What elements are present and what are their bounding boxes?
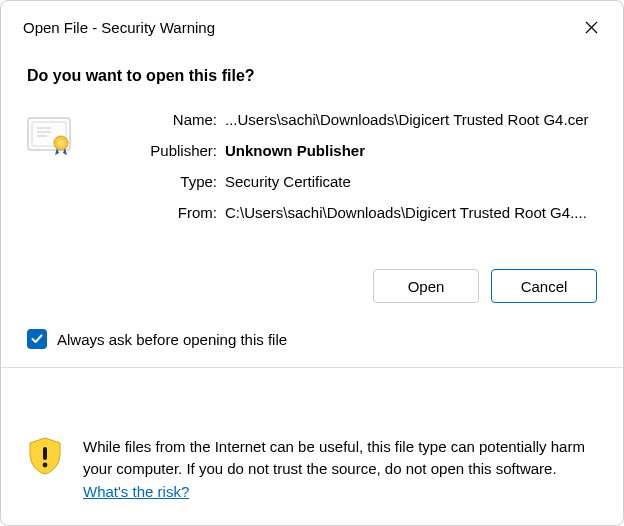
titlebar: Open File - Security Warning [1,1,623,45]
svg-point-8 [43,462,48,467]
shield-warning-icon [27,436,67,504]
dialog-title: Open File - Security Warning [23,19,215,36]
publisher-label: Publisher: [117,142,217,159]
security-warning-dialog: Open File - Security Warning Do you want… [0,0,624,526]
type-value: Security Certificate [225,173,597,190]
from-label: From: [117,204,217,221]
footer-text: While files from the Internet can be use… [83,436,597,504]
open-button[interactable]: Open [373,269,479,303]
cancel-button[interactable]: Cancel [491,269,597,303]
close-icon [585,21,598,34]
svg-point-6 [58,140,65,147]
svg-rect-7 [43,447,47,460]
name-label: Name: [117,111,217,128]
close-button[interactable] [577,13,605,41]
always-ask-checkbox[interactable] [27,329,47,349]
divider [1,367,623,368]
checkmark-icon [30,332,44,346]
from-value: C:\Users\sachi\Downloads\Digicert Truste… [225,204,597,221]
publisher-value: Unknown Publisher [225,142,597,159]
name-value: ...Users\sachi\Downloads\Digicert Truste… [225,111,597,128]
type-label: Type: [117,173,217,190]
whats-the-risk-link[interactable]: What's the risk? [83,483,189,500]
certificate-icon [27,111,87,221]
always-ask-label[interactable]: Always ask before opening this file [57,331,287,348]
heading: Do you want to open this file? [27,67,597,85]
footer-message: While files from the Internet can be use… [83,438,585,478]
